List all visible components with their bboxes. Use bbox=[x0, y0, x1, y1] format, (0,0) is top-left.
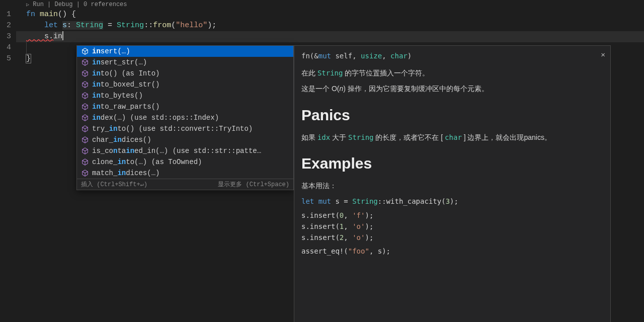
close-icon[interactable]: × bbox=[601, 49, 605, 60]
method-icon bbox=[81, 47, 89, 55]
codelens-bar[interactable]: ▷ Run | Debug | 0 references bbox=[16, 0, 644, 9]
doc-paragraph: 如果 idx 大于 String 的长度，或者它不在 [ char ] 边界上，… bbox=[301, 132, 597, 143]
autocomplete-item[interactable]: insert_str(…) bbox=[77, 57, 293, 68]
code-line[interactable]: fn main() { bbox=[16, 9, 644, 20]
doc-code: assert_eq!("foo", s); bbox=[301, 246, 597, 257]
line-number-gutter: 1 2 3 4 5 bbox=[0, 0, 16, 322]
code-line-active[interactable]: s.in bbox=[16, 31, 644, 42]
doc-paragraph: 这是一个 O(n) 操作，因为它需要复制缓冲区中的每个元素。 bbox=[301, 84, 597, 95]
doc-paragraph: 基本用法： bbox=[301, 181, 597, 192]
method-icon bbox=[81, 58, 89, 66]
autocomplete-footer: 插入 (Ctrl+Shift+↵) 显示更多 (Ctrl+Space) bbox=[77, 179, 293, 190]
method-icon bbox=[81, 69, 89, 77]
doc-signature: fn(&mut self, usize, char) bbox=[301, 51, 597, 62]
autocomplete-item[interactable]: into_boxed_str() bbox=[77, 79, 293, 90]
method-icon bbox=[81, 158, 89, 166]
code-area[interactable]: ▷ Run | Debug | 0 references fn main() {… bbox=[16, 0, 644, 322]
method-icon bbox=[81, 125, 89, 133]
method-icon bbox=[81, 169, 89, 177]
autocomplete-item[interactable]: into() (as Into) bbox=[77, 68, 293, 79]
doc-heading: Panics bbox=[301, 104, 597, 127]
code-editor[interactable]: 1 2 3 4 5 ▷ Run | Debug | 0 references f… bbox=[0, 0, 644, 322]
method-icon bbox=[81, 80, 89, 89]
documentation-panel[interactable]: × fn(&mut self, usize, char) 在此 String 的… bbox=[294, 45, 611, 322]
autocomplete-item[interactable]: index(…) (use std::ops::Index) bbox=[77, 112, 293, 123]
autocomplete-item[interactable]: is_contained_in(…) (use std::str::patte… bbox=[77, 145, 293, 156]
autocomplete-item[interactable]: insert(…) bbox=[77, 46, 293, 57]
ac-hint-left[interactable]: 插入 (Ctrl+Shift+↵) bbox=[81, 180, 147, 189]
codelens-debug[interactable]: Debug bbox=[54, 1, 72, 8]
autocomplete-item[interactable]: clone_into(…) (as ToOwned) bbox=[77, 156, 293, 168]
run-icon[interactable]: ▷ bbox=[26, 2, 29, 8]
codelens-run[interactable]: Run bbox=[33, 1, 44, 8]
code-line[interactable]: let s: String = String::from("hello"); bbox=[16, 20, 644, 31]
doc-code: s.insert(0, 'f'); s.insert(1, 'o'); s.in… bbox=[301, 210, 597, 243]
autocomplete-item[interactable]: char_indices() bbox=[77, 134, 293, 145]
codelens-refs[interactable]: 0 references bbox=[84, 1, 127, 8]
doc-paragraph: 在此 String 的字节位置插入一个字符。 bbox=[301, 68, 597, 79]
text-cursor bbox=[62, 31, 63, 40]
autocomplete-popup[interactable]: insert(…)insert_str(…)into() (as Into)in… bbox=[76, 45, 294, 190]
method-icon bbox=[81, 147, 89, 155]
method-icon bbox=[81, 92, 89, 100]
method-icon bbox=[81, 136, 89, 144]
autocomplete-item[interactable]: into_bytes() bbox=[77, 90, 293, 101]
method-icon bbox=[81, 114, 89, 122]
doc-code: let mut s = String::with_capacity(3); bbox=[301, 196, 597, 207]
doc-heading: Examples bbox=[301, 152, 597, 176]
ac-hint-right[interactable]: 显示更多 (Ctrl+Space) bbox=[218, 180, 289, 189]
method-icon bbox=[81, 103, 89, 111]
autocomplete-item[interactable]: match_indices(…) bbox=[77, 168, 293, 179]
autocomplete-item[interactable]: into_raw_parts() bbox=[77, 101, 293, 112]
autocomplete-item[interactable]: try_into() (use std::convert::TryInto) bbox=[77, 123, 293, 134]
